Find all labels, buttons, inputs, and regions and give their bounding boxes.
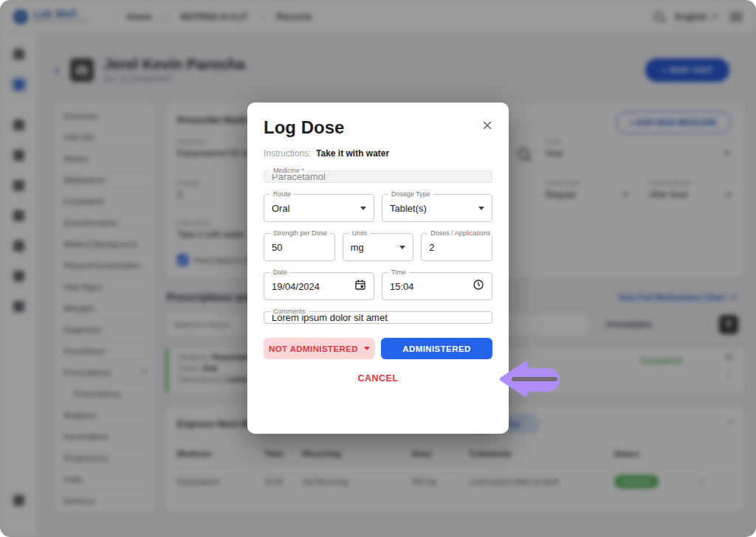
log-dose-modal: Log Dose × Instructions: Take it with wa… <box>247 103 509 434</box>
units-select[interactable]: Units mg <box>343 233 414 261</box>
app-window: Lab Well Medical Information System Home… <box>0 0 756 537</box>
field-label: Units <box>349 229 371 237</box>
chevron-down-icon <box>399 246 405 249</box>
date-input[interactable]: Date <box>264 272 374 300</box>
field-value: Tablet(s) <box>390 203 427 214</box>
field-label: Dosage Type <box>388 190 433 198</box>
close-icon[interactable]: × <box>482 117 492 134</box>
button-label: NOT ADMINISTERED <box>269 344 358 353</box>
field-value: Oral <box>272 203 290 214</box>
chevron-down-icon <box>478 207 484 210</box>
field-label: Medicine * <box>270 167 307 174</box>
clock-icon[interactable] <box>472 279 484 294</box>
time-input[interactable]: Time <box>382 272 492 300</box>
field-value: mg <box>351 242 364 253</box>
field-label: Time <box>388 268 409 276</box>
date-value[interactable] <box>272 281 354 292</box>
modal-title: Log Dose <box>264 117 344 138</box>
time-value[interactable] <box>390 281 472 292</box>
cancel-button[interactable]: CANCEL <box>357 373 398 384</box>
doses-applications-input[interactable]: Doses / Applications <box>421 233 492 261</box>
dosage-type-select[interactable]: Dosage Type Tablet(s) <box>382 194 492 222</box>
strength-per-dose-input[interactable]: Strength per Dose <box>264 233 335 261</box>
field-label: Strength per Dose <box>270 229 330 237</box>
not-administered-button[interactable]: NOT ADMINISTERED <box>264 338 375 359</box>
field-label: Route <box>270 190 294 198</box>
comments-input[interactable]: Comments <box>264 311 492 324</box>
instructions-label: Instructions: <box>264 148 312 159</box>
instructions-value: Take it with water <box>316 148 389 159</box>
medicine-field: Medicine * Paracetamol <box>264 170 492 183</box>
strength-value[interactable] <box>272 242 327 253</box>
route-select[interactable]: Route Oral <box>264 194 374 222</box>
field-label: Comments <box>270 308 309 315</box>
annotation-arrow-left-icon <box>496 358 570 403</box>
doses-value[interactable] <box>429 242 484 253</box>
chevron-down-icon <box>364 347 370 350</box>
field-label: Doses / Applications <box>427 229 493 237</box>
modal-instructions: Instructions: Take it with water <box>264 148 492 159</box>
administered-button[interactable]: ADMINISTERED <box>381 338 492 359</box>
calendar-icon[interactable] <box>354 279 366 294</box>
chevron-down-icon <box>360 207 366 210</box>
field-label: Date <box>270 268 290 276</box>
